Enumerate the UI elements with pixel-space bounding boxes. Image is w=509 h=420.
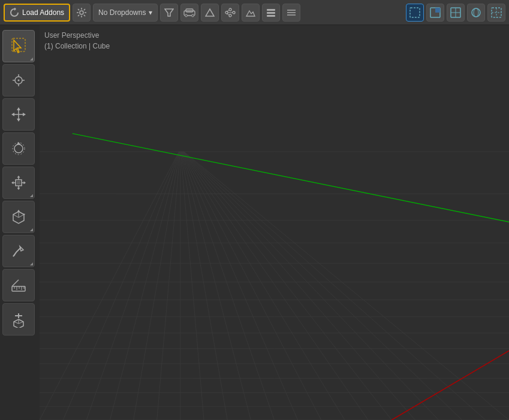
svg-marker-53 (23, 113, 26, 116)
triangle-icon (205, 8, 215, 17)
landscape-icon (246, 8, 255, 17)
filter-icon (164, 8, 174, 17)
svg-line-84 (14, 322, 19, 324)
svg-line-8 (78, 14, 79, 16)
svg-marker-9 (165, 9, 173, 16)
dropdown-arrow: ▾ (149, 8, 152, 17)
svg-rect-31 (435, 8, 440, 13)
sphere-icon (470, 7, 482, 19)
nodes-icon (225, 8, 236, 17)
svg-marker-50 (17, 107, 20, 110)
svg-point-36 (474, 8, 478, 17)
scale-tool-button[interactable] (2, 167, 35, 199)
grid-overlay-icon (490, 7, 502, 19)
top-toolbar: Load Addons No Dropdowns ▾ (0, 0, 509, 25)
svg-marker-56 (17, 142, 20, 144)
svg-point-35 (472, 8, 480, 17)
svg-line-5 (78, 9, 79, 10)
nodes-button[interactable] (221, 4, 239, 22)
svg-line-21 (227, 14, 230, 15)
left-toolbar (2, 30, 35, 336)
svg-line-6 (84, 14, 85, 16)
viewport[interactable]: User Perspective (1) Collection | Cube (40, 25, 509, 420)
svg-marker-63 (17, 188, 20, 191)
cursor-tool-button[interactable] (2, 64, 35, 96)
strips-button[interactable] (262, 4, 280, 22)
svg-marker-14 (206, 9, 214, 16)
add-object-tool-button[interactable] (2, 303, 35, 336)
svg-line-70 (19, 214, 24, 217)
annotate-tool-button[interactable] (2, 235, 35, 267)
add-object-icon (10, 311, 27, 328)
hamburger-icon (287, 8, 296, 17)
svg-marker-62 (17, 176, 20, 178)
settings-button[interactable] (73, 4, 91, 22)
load-addons-button[interactable]: Load Addons (4, 4, 70, 22)
filter-button[interactable] (160, 4, 178, 22)
car-icon (183, 8, 195, 17)
no-dropdowns-label: No Dropdowns (98, 8, 146, 17)
svg-line-7 (84, 9, 85, 10)
svg-rect-66 (17, 181, 20, 185)
svg-point-13 (192, 14, 194, 17)
svg-rect-25 (267, 15, 275, 17)
triangle-button[interactable] (201, 4, 219, 22)
transform-icon (10, 209, 27, 225)
svg-point-18 (233, 11, 235, 14)
svg-point-0 (80, 11, 83, 14)
load-addons-label: Load Addons (22, 8, 64, 17)
viewport-overlay-2[interactable] (426, 4, 444, 22)
no-dropdowns-dropdown[interactable]: No Dropdowns ▾ (93, 4, 158, 22)
menu-button[interactable] (282, 4, 300, 22)
svg-line-20 (227, 10, 230, 11)
svg-line-85 (19, 322, 23, 324)
object-type-button[interactable] (180, 4, 198, 22)
measure-tool-button[interactable] (2, 269, 35, 301)
rotate-tool-button[interactable] (2, 132, 35, 165)
svg-point-15 (225, 11, 228, 14)
dashed-box-icon (409, 7, 421, 19)
svg-rect-29 (410, 8, 420, 17)
scale-icon (10, 174, 27, 191)
svg-marker-40 (14, 40, 21, 53)
svg-rect-23 (267, 9, 275, 11)
refresh-icon (10, 8, 19, 17)
svg-point-54 (14, 144, 23, 153)
svg-marker-52 (11, 113, 14, 116)
strips-icon (266, 8, 276, 17)
gear-icon (76, 7, 87, 18)
select-arrow-icon (10, 38, 27, 55)
svg-marker-22 (246, 11, 255, 16)
viewport-overlay-5[interactable] (487, 4, 505, 22)
svg-rect-24 (267, 12, 275, 14)
landscape-button[interactable] (242, 4, 260, 22)
svg-point-47 (18, 80, 20, 81)
transform-tool-button[interactable] (2, 201, 35, 233)
svg-marker-64 (11, 182, 14, 185)
svg-point-12 (185, 14, 188, 17)
viewport-overlay-4[interactable] (467, 4, 485, 22)
svg-marker-51 (17, 119, 20, 122)
svg-line-73 (13, 255, 15, 256)
svg-marker-71 (17, 210, 20, 211)
cursor-icon (10, 72, 27, 89)
quadrant-icon (450, 7, 462, 19)
quarter-circle-icon (429, 7, 441, 19)
measure-icon (10, 277, 27, 294)
viewport-overlay-3[interactable] (447, 4, 465, 22)
rotate-icon (10, 140, 27, 157)
svg-rect-74 (12, 286, 25, 291)
svg-marker-65 (24, 182, 26, 185)
viewport-grid (40, 25, 509, 420)
move-tool-button[interactable] (2, 98, 35, 131)
annotate-icon (10, 243, 27, 259)
move-icon (10, 106, 27, 123)
viewport-overlay-select[interactable] (406, 4, 424, 22)
select-tool-button[interactable] (2, 30, 35, 62)
svg-line-69 (13, 214, 19, 217)
